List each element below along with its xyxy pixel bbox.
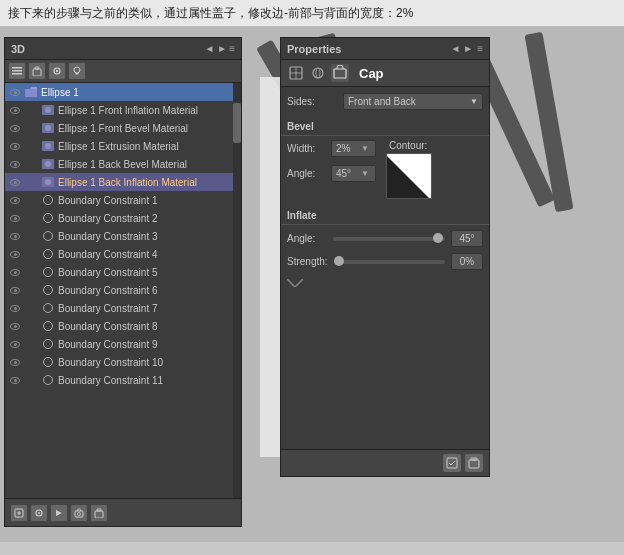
layer-item[interactable]: Boundary Constraint 6: [5, 281, 241, 299]
constraint-icon: [41, 374, 55, 386]
angle-input[interactable]: 45° ▼: [331, 165, 376, 182]
scrollbar[interactable]: [233, 83, 241, 498]
eye-icon[interactable]: [9, 123, 21, 133]
eye-icon[interactable]: [9, 267, 21, 277]
inflate-slider[interactable]: [333, 237, 445, 241]
props-tab-cap[interactable]: [331, 64, 349, 82]
props-menu[interactable]: ≡: [477, 43, 483, 54]
layer-item[interactable]: Boundary Constraint 7: [5, 299, 241, 317]
layer-item[interactable]: Boundary Constraint 3: [5, 227, 241, 245]
eye-icon[interactable]: [9, 375, 21, 385]
svg-point-7: [74, 67, 80, 73]
layer-item[interactable]: Ellipse 1 Back Bevel Material: [5, 155, 241, 173]
width-label: Width:: [287, 143, 327, 154]
render-btn[interactable]: [51, 505, 67, 521]
layer-label: Boundary Constraint 5: [58, 267, 158, 278]
eye-icon[interactable]: [9, 339, 21, 349]
layer-item[interactable]: Boundary Constraint 1: [5, 191, 241, 209]
eye-icon[interactable]: [9, 159, 21, 169]
strength-slider-track[interactable]: [334, 260, 445, 264]
angle-dropdown-arrow[interactable]: ▼: [359, 169, 371, 178]
sides-dropdown[interactable]: Front and Back ▼: [343, 93, 483, 110]
props-tab-mesh[interactable]: [287, 64, 305, 82]
toolbar-icon-list[interactable]: [9, 63, 25, 79]
add-scene-btn[interactable]: [11, 505, 27, 521]
props-save-btn[interactable]: [443, 454, 461, 472]
toolbar-icon-delete[interactable]: [29, 63, 45, 79]
eye-icon[interactable]: [9, 303, 21, 313]
eye-icon[interactable]: [9, 177, 21, 187]
eye-icon[interactable]: [9, 105, 21, 115]
contour-preview[interactable]: [386, 153, 432, 199]
layer-item[interactable]: Ellipse 1 Back Inflation Material: [5, 173, 241, 191]
layer-item[interactable]: Ellipse 1: [5, 83, 241, 101]
panel-3d-collapse[interactable]: ◄ ►: [205, 43, 228, 54]
inflate-slider-thumb[interactable]: [433, 233, 443, 243]
layer-label: Boundary Constraint 1: [58, 195, 158, 206]
eye-icon[interactable]: [9, 213, 21, 223]
eye-icon[interactable]: [9, 231, 21, 241]
layer-item[interactable]: Boundary Constraint 5: [5, 263, 241, 281]
eye-icon[interactable]: [9, 141, 21, 151]
eye-icon[interactable]: [9, 249, 21, 259]
layer-label: Boundary Constraint 3: [58, 231, 158, 242]
width-input[interactable]: 2% ▼: [331, 140, 376, 157]
panel-3d-title: 3D: [11, 43, 25, 55]
props-delete-btn[interactable]: [465, 454, 483, 472]
layer-item[interactable]: Boundary Constraint 11: [5, 371, 241, 389]
panel-3d-header: 3D ◄ ► ≡: [5, 38, 241, 60]
layer-item[interactable]: Ellipse 1 Front Inflation Material: [5, 101, 241, 119]
layer-item[interactable]: Ellipse 1 Front Bevel Material: [5, 119, 241, 137]
delete-btn[interactable]: [91, 505, 107, 521]
eye-icon[interactable]: [9, 285, 21, 295]
toolbar-icon-settings[interactable]: [49, 63, 65, 79]
layer-item[interactable]: Boundary Constraint 2: [5, 209, 241, 227]
camera-btn[interactable]: [71, 505, 87, 521]
svg-marker-22: [56, 510, 62, 516]
svg-point-29: [316, 68, 320, 78]
layer-label: Ellipse 1 Front Inflation Material: [58, 105, 198, 116]
svg-rect-3: [33, 69, 41, 76]
layer-item[interactable]: Boundary Constraint 8: [5, 317, 241, 335]
inflate-angle-label: Angle:: [287, 233, 327, 244]
sides-row: Sides: Front and Back ▼: [281, 91, 489, 112]
scrollbar-thumb[interactable]: [233, 103, 241, 143]
width-dropdown-arrow[interactable]: ▼: [359, 144, 371, 153]
props-tab-deform[interactable]: [309, 64, 327, 82]
svg-rect-4: [35, 67, 39, 69]
eye-icon[interactable]: [9, 357, 21, 367]
sides-label: Sides:: [287, 96, 337, 107]
layer-item[interactable]: Boundary Constraint 10: [5, 353, 241, 371]
layer-label: Boundary Constraint 4: [58, 249, 158, 260]
layer-item[interactable]: Boundary Constraint 4: [5, 245, 241, 263]
bevel-left: Width: 2% ▼ Angle: 45° ▼: [287, 140, 376, 182]
eye-icon[interactable]: [9, 321, 21, 331]
layer-label: Boundary Constraint 11: [58, 375, 163, 386]
contour-label: Contour:: [389, 140, 429, 151]
panel-3d-menu[interactable]: ≡: [229, 43, 235, 54]
inflate-header: Inflate: [281, 207, 489, 225]
eye-icon[interactable]: [9, 195, 21, 205]
sides-value: Front and Back: [348, 96, 416, 107]
constraint-icon: [41, 212, 55, 224]
layer-label: Ellipse 1: [41, 87, 79, 98]
layer-item[interactable]: Ellipse 1 Extrusion Material: [5, 137, 241, 155]
bevel-header: Bevel: [281, 118, 489, 136]
props-title: Properties: [287, 43, 341, 55]
props-tab-bar: Cap: [281, 60, 489, 87]
inflate-slider-track[interactable]: [333, 237, 445, 241]
strength-slider[interactable]: [334, 260, 445, 264]
eye-icon[interactable]: [9, 87, 21, 97]
layer-label: Ellipse 1 Back Inflation Material: [58, 177, 197, 188]
layer-item[interactable]: Boundary Constraint 9: [5, 335, 241, 353]
props-controls: ◄ ► ≡: [451, 43, 483, 54]
svg-rect-25: [95, 511, 103, 518]
strength-slider-thumb[interactable]: [334, 256, 344, 266]
svg-rect-1: [12, 70, 22, 72]
material-icon: [41, 140, 55, 152]
settings-btn[interactable]: [31, 505, 47, 521]
angle-row: Angle: 45° ▼: [287, 165, 376, 182]
layer-label: Ellipse 1 Back Bevel Material: [58, 159, 187, 170]
props-collapse[interactable]: ◄ ►: [451, 43, 474, 54]
toolbar-icon-light[interactable]: [69, 63, 85, 79]
